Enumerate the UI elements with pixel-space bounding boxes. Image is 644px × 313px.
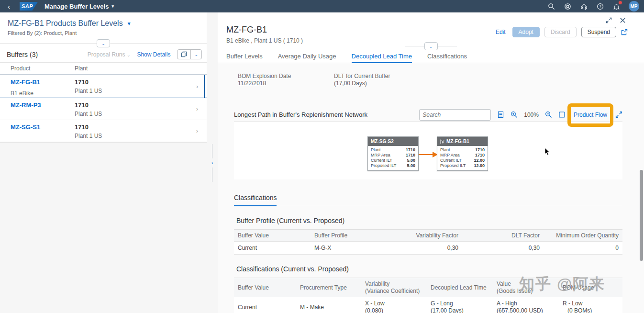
fact-value: (17,00 Days) (334, 80, 430, 87)
export-caret-icon[interactable]: ⌄ (190, 50, 201, 59)
row-chevron-icon[interactable]: › (196, 83, 198, 90)
col-decoupled-lead-time: Decoupled Lead Time (427, 282, 493, 293)
show-details-link[interactable]: Show Details (137, 51, 170, 58)
splitter-chevron-icon[interactable]: › (211, 160, 213, 166)
table-row[interactable]: Current M-G-X 0,30 0,30 0 (234, 242, 622, 255)
header-collapse-button[interactable]: ⌄ (97, 39, 110, 47)
detail-panel: MZ-FG-B1 Edit Adopt Discard Suspend B1 e… (218, 12, 644, 313)
fit-to-view-icon[interactable] (558, 111, 566, 118)
node-field-label: Proposed ILT (371, 163, 399, 168)
col-dlt-factor: DLT Factor (462, 230, 544, 241)
product-link[interactable]: MZ-SG-S1 (11, 123, 75, 131)
node-field-label: Proposed ILT (440, 163, 468, 168)
flow-arrow (419, 151, 438, 158)
col-buffer-value: Buffer Value (234, 282, 296, 293)
node-field-label: Plant (440, 147, 468, 153)
vertical-scrollbar[interactable] (640, 170, 643, 261)
legend-icon[interactable] (497, 111, 504, 118)
copilot-icon[interactable] (564, 2, 571, 10)
product-flow-link[interactable]: Product Flow (574, 112, 607, 118)
mouse-cursor (544, 148, 550, 156)
table-row[interactable]: Current M - Make X - Low(0.080) G - Long… (234, 297, 622, 313)
header-actions: Edit Adopt Discard Suspend (494, 27, 628, 37)
proposal-runs-button[interactable]: Proposal Runs ⌄ (88, 51, 131, 58)
node-field-value: 12.00 (474, 158, 485, 163)
row-chevron-icon[interactable]: › (196, 128, 198, 134)
node-field-value: 1710 (406, 147, 415, 153)
buffer-list-item-2[interactable]: MZ-RM-P3 1710 Plant 1 US › (0, 98, 207, 120)
fact-value: 11/22/2018 (238, 80, 334, 87)
network-section-header: Longest Path in Buffer's Replenishment N… (234, 108, 622, 122)
variant-title-text: MZ-FG-B1 Products Buffer Levels (8, 19, 123, 28)
cell-buffer-value: Current (234, 301, 296, 313)
close-icon[interactable] (620, 17, 626, 25)
search-input[interactable] (422, 112, 498, 118)
product-description: B1 eBike (11, 90, 75, 97)
list-title: Buffers (3) (7, 51, 38, 58)
table-header-row: Buffer Value Procurement Type Variabilit… (234, 278, 622, 297)
user-avatar[interactable]: MP (629, 1, 639, 11)
enter-fullscreen-icon[interactable] (606, 17, 612, 25)
cell-variability: X - Low(0.080) (361, 297, 427, 313)
zoom-out-icon[interactable] (545, 111, 552, 118)
col-bom-usage: BOM Usage (559, 282, 622, 293)
network-canvas: MZ-SG-S2 Plant1710 MRP Area1710 Current … (234, 122, 622, 179)
network-search-field[interactable] (419, 109, 491, 121)
node-field-value: 12.00 (474, 163, 485, 168)
adopt-button[interactable]: Adopt (512, 27, 540, 37)
export-split-button[interactable]: ⌄ (177, 49, 202, 59)
discard-button[interactable]: Discard (544, 27, 577, 37)
col-value-goods-issue: Value(Goods Issue) (493, 278, 559, 297)
edit-button[interactable]: Edit (494, 27, 508, 37)
product-link[interactable]: MZ-FG-B1 (11, 78, 75, 86)
copy-icon[interactable] (178, 50, 190, 59)
tab-decoupled-lead-time[interactable]: Decoupled Lead Time (352, 50, 412, 63)
network-toolbar: 100% Product Flow (419, 109, 622, 121)
node-field-value: 1710 (475, 153, 485, 158)
header-collapse-control: ⌄ (405, 42, 457, 50)
node-field-label: MRP Area (440, 153, 468, 158)
facts-group: BOM Explosion Date 11/22/2018 DLT for Cu… (238, 73, 622, 87)
zoom-in-icon[interactable] (511, 111, 518, 118)
search-icon[interactable] (547, 2, 555, 10)
shell-right: ? MP (547, 1, 639, 11)
buffer-list-item-3[interactable]: MZ-SG-S1 1710 Plant 1 US › (0, 120, 207, 142)
tab-buffer-levels[interactable]: Buffer Levels (226, 50, 263, 63)
proposal-runs-caret-icon: ⌄ (127, 53, 131, 57)
object-title: MZ-FG-B1 (226, 25, 267, 35)
node-title: MZ-SG-S2 (371, 139, 394, 144)
classifications-table-title: Classifications (Current vs. Proposed) (236, 265, 622, 273)
help-icon[interactable]: ? (596, 2, 604, 10)
product-link[interactable]: MZ-RM-P3 (11, 101, 75, 109)
variant-title[interactable]: MZ-FG-B1 Products Buffer Levels ▼ (8, 19, 199, 28)
collapse-chevron-icon: ⌄ (429, 44, 433, 49)
support-icon[interactable] (580, 2, 588, 10)
fact-label: BOM Explosion Date (238, 73, 334, 79)
share-icon[interactable] (621, 29, 628, 35)
header-collapse-button[interactable]: ⌄ (424, 42, 438, 50)
notifications-icon[interactable] (612, 2, 620, 10)
node-field-label: Current ILT (440, 158, 468, 163)
cell-min-order-qty: 0 (544, 242, 622, 254)
network-node-mz-sg-s2[interactable]: MZ-SG-S2 Plant1710 MRP Area1710 Current … (367, 136, 419, 171)
tab-average-daily-usage[interactable]: Average Daily Usage (278, 50, 336, 63)
classifications-section-title: Classifications (234, 194, 622, 206)
master-header-divider: ⌄ (0, 39, 207, 47)
node-field-value: 1710 (406, 153, 415, 158)
tab-classifications[interactable]: Classifications (427, 50, 467, 63)
panel-splitter[interactable]: › (207, 12, 218, 313)
list-toolbar: Buffers (3) Proposal Runs ⌄ Show Details… (0, 47, 207, 63)
column-header-plant: Plant (75, 65, 207, 72)
notification-badge (618, 0, 622, 5)
app-title-menu[interactable]: Manage Buffer Levels ▾ (44, 3, 114, 10)
network-node-mz-fg-b1[interactable]: MZ-FG-B1 Plant1710 MRP Area1710 Current … (437, 136, 488, 171)
cell-buffer-value: Current (234, 242, 311, 254)
detail-content: BOM Explosion Date 11/22/2018 DLT for Cu… (218, 63, 644, 313)
buffer-list-item-1[interactable]: MZ-FG-B1 B1 eBike 1710 Plant 1 US › (0, 75, 207, 98)
buffer-icon (440, 139, 444, 144)
app-root: ‹ SAP Manage Buffer Levels ▾ ? (0, 0, 644, 313)
back-icon[interactable]: ‹ (5, 3, 13, 10)
suspend-button[interactable]: Suspend (581, 27, 616, 37)
expand-network-icon[interactable] (615, 111, 622, 118)
row-chevron-icon[interactable]: › (196, 106, 198, 112)
